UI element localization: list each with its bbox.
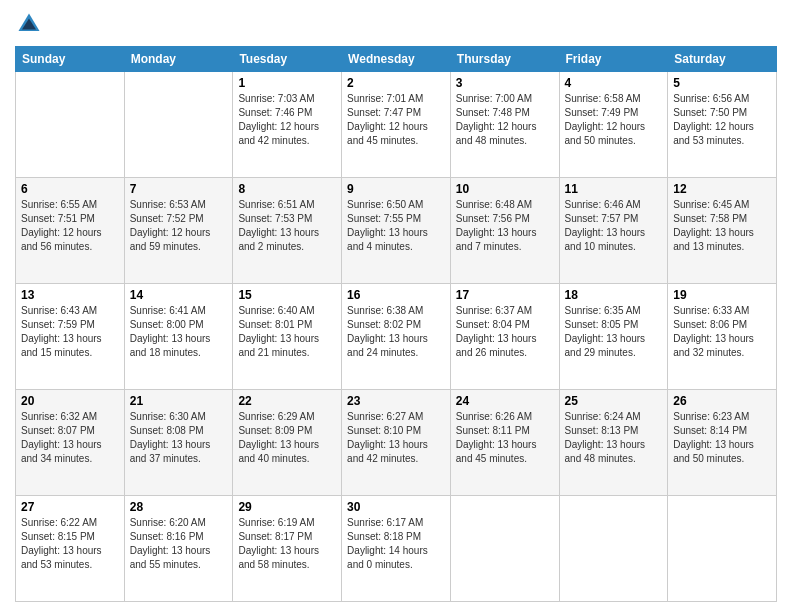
- day-number: 17: [456, 288, 554, 302]
- day-info: Sunrise: 6:51 AM Sunset: 7:53 PM Dayligh…: [238, 198, 336, 254]
- day-number: 27: [21, 500, 119, 514]
- day-number: 28: [130, 500, 228, 514]
- calendar-cell: 5Sunrise: 6:56 AM Sunset: 7:50 PM Daylig…: [668, 72, 777, 178]
- weekday-header: Friday: [559, 47, 668, 72]
- calendar-cell: 16Sunrise: 6:38 AM Sunset: 8:02 PM Dayli…: [342, 284, 451, 390]
- day-number: 6: [21, 182, 119, 196]
- day-info: Sunrise: 6:29 AM Sunset: 8:09 PM Dayligh…: [238, 410, 336, 466]
- calendar-cell: 17Sunrise: 6:37 AM Sunset: 8:04 PM Dayli…: [450, 284, 559, 390]
- day-number: 22: [238, 394, 336, 408]
- calendar-week-row: 20Sunrise: 6:32 AM Sunset: 8:07 PM Dayli…: [16, 390, 777, 496]
- day-info: Sunrise: 6:22 AM Sunset: 8:15 PM Dayligh…: [21, 516, 119, 572]
- day-number: 7: [130, 182, 228, 196]
- day-number: 15: [238, 288, 336, 302]
- calendar-cell: 22Sunrise: 6:29 AM Sunset: 8:09 PM Dayli…: [233, 390, 342, 496]
- calendar-cell: 27Sunrise: 6:22 AM Sunset: 8:15 PM Dayli…: [16, 496, 125, 602]
- day-info: Sunrise: 6:33 AM Sunset: 8:06 PM Dayligh…: [673, 304, 771, 360]
- day-number: 30: [347, 500, 445, 514]
- calendar-cell: 23Sunrise: 6:27 AM Sunset: 8:10 PM Dayli…: [342, 390, 451, 496]
- calendar-cell: 19Sunrise: 6:33 AM Sunset: 8:06 PM Dayli…: [668, 284, 777, 390]
- day-number: 29: [238, 500, 336, 514]
- calendar-cell: 28Sunrise: 6:20 AM Sunset: 8:16 PM Dayli…: [124, 496, 233, 602]
- day-info: Sunrise: 7:00 AM Sunset: 7:48 PM Dayligh…: [456, 92, 554, 148]
- day-info: Sunrise: 6:30 AM Sunset: 8:08 PM Dayligh…: [130, 410, 228, 466]
- calendar-cell: 24Sunrise: 6:26 AM Sunset: 8:11 PM Dayli…: [450, 390, 559, 496]
- day-info: Sunrise: 6:27 AM Sunset: 8:10 PM Dayligh…: [347, 410, 445, 466]
- day-info: Sunrise: 6:50 AM Sunset: 7:55 PM Dayligh…: [347, 198, 445, 254]
- day-number: 11: [565, 182, 663, 196]
- logo: [15, 10, 47, 38]
- day-info: Sunrise: 6:40 AM Sunset: 8:01 PM Dayligh…: [238, 304, 336, 360]
- weekday-header: Thursday: [450, 47, 559, 72]
- calendar-cell: 4Sunrise: 6:58 AM Sunset: 7:49 PM Daylig…: [559, 72, 668, 178]
- day-number: 24: [456, 394, 554, 408]
- day-info: Sunrise: 6:45 AM Sunset: 7:58 PM Dayligh…: [673, 198, 771, 254]
- calendar-cell: 26Sunrise: 6:23 AM Sunset: 8:14 PM Dayli…: [668, 390, 777, 496]
- day-number: 4: [565, 76, 663, 90]
- calendar-cell: 20Sunrise: 6:32 AM Sunset: 8:07 PM Dayli…: [16, 390, 125, 496]
- calendar-week-row: 27Sunrise: 6:22 AM Sunset: 8:15 PM Dayli…: [16, 496, 777, 602]
- day-number: 21: [130, 394, 228, 408]
- calendar-cell: 10Sunrise: 6:48 AM Sunset: 7:56 PM Dayli…: [450, 178, 559, 284]
- calendar-cell: 9Sunrise: 6:50 AM Sunset: 7:55 PM Daylig…: [342, 178, 451, 284]
- day-info: Sunrise: 6:37 AM Sunset: 8:04 PM Dayligh…: [456, 304, 554, 360]
- day-number: 25: [565, 394, 663, 408]
- day-info: Sunrise: 6:20 AM Sunset: 8:16 PM Dayligh…: [130, 516, 228, 572]
- day-info: Sunrise: 6:55 AM Sunset: 7:51 PM Dayligh…: [21, 198, 119, 254]
- day-info: Sunrise: 6:46 AM Sunset: 7:57 PM Dayligh…: [565, 198, 663, 254]
- weekday-header: Wednesday: [342, 47, 451, 72]
- day-info: Sunrise: 6:17 AM Sunset: 8:18 PM Dayligh…: [347, 516, 445, 572]
- calendar-cell: [16, 72, 125, 178]
- day-number: 9: [347, 182, 445, 196]
- calendar-cell: 8Sunrise: 6:51 AM Sunset: 7:53 PM Daylig…: [233, 178, 342, 284]
- day-info: Sunrise: 6:24 AM Sunset: 8:13 PM Dayligh…: [565, 410, 663, 466]
- calendar-header-row: SundayMondayTuesdayWednesdayThursdayFrid…: [16, 47, 777, 72]
- day-number: 10: [456, 182, 554, 196]
- day-number: 5: [673, 76, 771, 90]
- calendar-cell: 15Sunrise: 6:40 AM Sunset: 8:01 PM Dayli…: [233, 284, 342, 390]
- calendar-cell: 21Sunrise: 6:30 AM Sunset: 8:08 PM Dayli…: [124, 390, 233, 496]
- day-info: Sunrise: 6:56 AM Sunset: 7:50 PM Dayligh…: [673, 92, 771, 148]
- calendar-cell: [559, 496, 668, 602]
- calendar-cell: 14Sunrise: 6:41 AM Sunset: 8:00 PM Dayli…: [124, 284, 233, 390]
- day-info: Sunrise: 6:26 AM Sunset: 8:11 PM Dayligh…: [456, 410, 554, 466]
- weekday-header: Monday: [124, 47, 233, 72]
- day-number: 19: [673, 288, 771, 302]
- weekday-header: Saturday: [668, 47, 777, 72]
- calendar-week-row: 13Sunrise: 6:43 AM Sunset: 7:59 PM Dayli…: [16, 284, 777, 390]
- day-info: Sunrise: 7:01 AM Sunset: 7:47 PM Dayligh…: [347, 92, 445, 148]
- day-info: Sunrise: 6:53 AM Sunset: 7:52 PM Dayligh…: [130, 198, 228, 254]
- day-number: 20: [21, 394, 119, 408]
- calendar-table: SundayMondayTuesdayWednesdayThursdayFrid…: [15, 46, 777, 602]
- day-number: 18: [565, 288, 663, 302]
- day-number: 8: [238, 182, 336, 196]
- calendar-cell: 18Sunrise: 6:35 AM Sunset: 8:05 PM Dayli…: [559, 284, 668, 390]
- calendar-cell: 6Sunrise: 6:55 AM Sunset: 7:51 PM Daylig…: [16, 178, 125, 284]
- day-info: Sunrise: 6:35 AM Sunset: 8:05 PM Dayligh…: [565, 304, 663, 360]
- calendar-cell: 7Sunrise: 6:53 AM Sunset: 7:52 PM Daylig…: [124, 178, 233, 284]
- calendar-cell: 25Sunrise: 6:24 AM Sunset: 8:13 PM Dayli…: [559, 390, 668, 496]
- day-number: 12: [673, 182, 771, 196]
- day-info: Sunrise: 6:38 AM Sunset: 8:02 PM Dayligh…: [347, 304, 445, 360]
- calendar-cell: [124, 72, 233, 178]
- calendar-week-row: 6Sunrise: 6:55 AM Sunset: 7:51 PM Daylig…: [16, 178, 777, 284]
- day-number: 13: [21, 288, 119, 302]
- day-info: Sunrise: 6:58 AM Sunset: 7:49 PM Dayligh…: [565, 92, 663, 148]
- day-number: 2: [347, 76, 445, 90]
- page-header: [15, 10, 777, 38]
- calendar-cell: 29Sunrise: 6:19 AM Sunset: 8:17 PM Dayli…: [233, 496, 342, 602]
- calendar-cell: 30Sunrise: 6:17 AM Sunset: 8:18 PM Dayli…: [342, 496, 451, 602]
- calendar-cell: 13Sunrise: 6:43 AM Sunset: 7:59 PM Dayli…: [16, 284, 125, 390]
- calendar-week-row: 1Sunrise: 7:03 AM Sunset: 7:46 PM Daylig…: [16, 72, 777, 178]
- day-number: 23: [347, 394, 445, 408]
- day-number: 26: [673, 394, 771, 408]
- calendar-cell: [668, 496, 777, 602]
- day-info: Sunrise: 7:03 AM Sunset: 7:46 PM Dayligh…: [238, 92, 336, 148]
- calendar-cell: 2Sunrise: 7:01 AM Sunset: 7:47 PM Daylig…: [342, 72, 451, 178]
- calendar-cell: [450, 496, 559, 602]
- day-info: Sunrise: 6:48 AM Sunset: 7:56 PM Dayligh…: [456, 198, 554, 254]
- weekday-header: Tuesday: [233, 47, 342, 72]
- weekday-header: Sunday: [16, 47, 125, 72]
- day-number: 14: [130, 288, 228, 302]
- calendar-cell: 12Sunrise: 6:45 AM Sunset: 7:58 PM Dayli…: [668, 178, 777, 284]
